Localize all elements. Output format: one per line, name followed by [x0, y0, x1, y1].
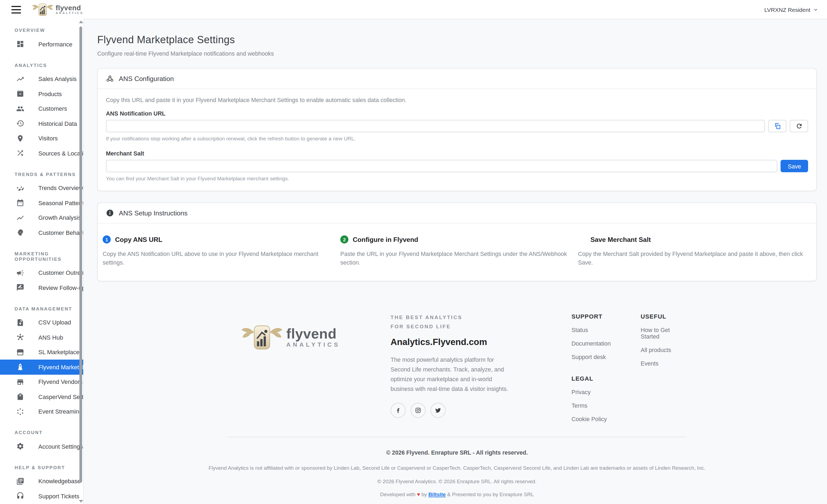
- footer-about: THE BEST ANALYTICS FOR SECOND LIFE Analy…: [391, 313, 572, 422]
- sidebar-item-performance[interactable]: Performance: [0, 37, 83, 52]
- facebook-icon[interactable]: [391, 403, 406, 418]
- step-number-badge: 1: [103, 236, 111, 244]
- sidebar-section: ACCOUNT Account Settings: [0, 425, 83, 454]
- scrollbar-up-arrow[interactable]: [79, 20, 83, 23]
- copy-url-button[interactable]: [768, 120, 786, 132]
- history-clock-icon: [16, 119, 24, 128]
- sidebar-section: DATA MANAGEMENT CSV Upload ANS Hub: [0, 302, 83, 419]
- twitter-icon[interactable]: [431, 403, 446, 418]
- app-logo: flyvend ANALYTICS: [32, 2, 84, 16]
- sidebar-item-caspervend-settings[interactable]: CasperVend Settings: [0, 389, 83, 404]
- scrollbar-down-arrow[interactable]: [79, 500, 83, 503]
- app-root: flyvend ANALYTICS LVRXNZ Resident OVERVI…: [0, 0, 827, 504]
- page-title: Flyvend Marketplace Settings: [97, 34, 817, 46]
- footer-link[interactable]: How to Get Started: [641, 327, 687, 340]
- sidebar-item-knowledgebase[interactable]: Knowledgebase: [0, 474, 83, 489]
- menu-icon[interactable]: [11, 6, 21, 13]
- footer-link[interactable]: Terms: [572, 403, 641, 409]
- developed-by-line: Developed with ♥ by Biltsite & Presented…: [97, 492, 817, 504]
- sidebar-scrollbar[interactable]: [80, 19, 83, 504]
- ans-url-input[interactable]: [106, 120, 765, 132]
- copyright-disclaimer: Flyvend Analytics is not affiliated with…: [97, 465, 817, 471]
- footer-link[interactable]: Events: [641, 360, 687, 367]
- info-icon: [106, 209, 114, 217]
- footer-link[interactable]: All products: [641, 347, 687, 353]
- top-header: flyvend ANALYTICS LVRXNZ Resident: [0, 0, 827, 19]
- sidebar-section-label: OVERVIEW: [0, 23, 83, 37]
- knowledgebase-icon: [16, 477, 24, 485]
- sidebar-item-label: Account Settings: [38, 443, 83, 450]
- sidebar-section-label: ANALYTICS: [0, 58, 83, 71]
- sidebar-item-customers[interactable]: Customers: [0, 101, 83, 116]
- line-chart-icon: [16, 214, 24, 222]
- sidebar-section-label: HELP & SUPPORT: [0, 460, 83, 474]
- step-title: Configure in Flyvend: [353, 236, 418, 243]
- footer: flyvend ANALYTICS THE BEST ANALYTICS FOR…: [97, 313, 817, 504]
- instagram-icon[interactable]: [410, 403, 426, 418]
- step-title: Save Merchant Salt: [590, 236, 651, 243]
- sidebar-section-label: ACCOUNT: [0, 425, 83, 439]
- sidebar-item-label: Customer Outreach: [38, 270, 84, 276]
- save-button[interactable]: Save: [781, 160, 808, 172]
- heart-icon: ♥: [417, 492, 420, 498]
- sidebar-item-growth-analysis[interactable]: Growth Analysis: [0, 210, 83, 225]
- sidebar-item-support-tickets[interactable]: Support Tickets: [0, 489, 83, 503]
- sidebar-item-customer-behavior[interactable]: Customer Behavior: [0, 225, 83, 240]
- flyvend-logo-icon: [241, 324, 283, 351]
- storefront-icon: [16, 348, 24, 356]
- sidebar-item-sl-marketplace[interactable]: SL Marketplace: [0, 345, 83, 360]
- sidebar-item-sources-locations[interactable]: Sources & Locations: [0, 146, 83, 161]
- ans-url-help: If your notifications stop working after…: [106, 136, 808, 142]
- sidebar-item-visitors[interactable]: Visitors: [0, 131, 83, 146]
- sidebar-item-csv-upload[interactable]: CSV Upload: [0, 315, 83, 330]
- footer-link[interactable]: Cookie Policy: [572, 416, 641, 422]
- auto-graph-icon: [16, 184, 24, 192]
- biltsite-link[interactable]: Biltsite: [428, 492, 446, 498]
- sidebar-item-products[interactable]: Products: [0, 86, 83, 101]
- sidebar-item-seasonal-patterns[interactable]: Seasonal Patterns: [0, 195, 83, 210]
- sidebar-item-event-streaming[interactable]: Event Streaming: [0, 404, 83, 419]
- footer-link[interactable]: Status: [572, 327, 641, 334]
- footer-divider: [228, 437, 687, 438]
- gear-icon: [16, 443, 24, 451]
- refresh-url-button[interactable]: [790, 120, 808, 132]
- ans-config-title: ANS Configuration: [119, 75, 174, 82]
- sidebar-item-label: Flyvend Vendors Settings: [38, 379, 84, 385]
- footer-link[interactable]: Documentation: [572, 340, 641, 347]
- footer-link[interactable]: Privacy: [572, 389, 641, 396]
- sidebar-section-label: TRENDS & PATTERNS: [0, 167, 83, 181]
- sidebar-item-review-follow-up[interactable]: Review Follow-up: [0, 280, 83, 295]
- headset-icon: [16, 492, 24, 500]
- sidebar-item-flyvend-marketplace[interactable]: Flyvend Marketplace: [0, 360, 83, 374]
- sidebar-item-label: Performance: [38, 41, 72, 48]
- scrollbar-thumb[interactable]: [80, 27, 82, 483]
- footer-col-support-legal: SUPPORT StatusDocumentationSupport desk …: [572, 313, 641, 422]
- shopping-bag-icon: [16, 393, 24, 401]
- facebook-icon: [395, 407, 401, 414]
- setup-step: 1 Copy ANS URL Copy the ANS Notification…: [103, 236, 333, 267]
- sidebar-item-customer-outreach[interactable]: Customer Outreach: [0, 265, 83, 280]
- file-upload-icon: [16, 318, 24, 326]
- ans-config-intro: Copy this URL and paste it in your Flyve…: [106, 97, 808, 103]
- footer-link[interactable]: Support desk: [572, 354, 641, 360]
- step-description: Copy the Merchant Salt provided by Flyve…: [578, 249, 808, 267]
- sidebar-item-account-settings[interactable]: Account Settings: [0, 439, 83, 454]
- merchant-salt-input[interactable]: [106, 160, 778, 172]
- sidebar-item-flyvend-vendors-settings[interactable]: Flyvend Vendors Settings: [0, 374, 83, 389]
- instagram-icon: [415, 407, 421, 414]
- sidebar-item-trends-overview[interactable]: Trends Overview: [0, 181, 83, 195]
- user-menu[interactable]: LVRXNZ Resident: [764, 6, 818, 13]
- sidebar-item-sales-analysis[interactable]: Sales Analysis: [0, 71, 83, 86]
- sidebar: OVERVIEW Performance ANALYTICS: [0, 19, 84, 504]
- spinner-dots-icon: [16, 408, 24, 416]
- footer-col-useful: USEFUL How to Get StartedAll productsEve…: [641, 313, 687, 422]
- sidebar-item-historical-data[interactable]: Historical Data: [0, 116, 83, 131]
- ans-instructions-card: ANS Setup Instructions 1 Copy ANS URL Co…: [97, 202, 817, 282]
- footer-brand-name: flyvend: [286, 327, 340, 341]
- archive-box-icon: [16, 90, 24, 98]
- people-icon: [16, 105, 24, 113]
- dashboard-icon: [16, 40, 24, 48]
- sidebar-item-label: Trends Overview: [38, 185, 83, 191]
- sidebar-item-ans-hub[interactable]: ANS Hub: [0, 330, 83, 345]
- sidebar-section: ANALYTICS Sales Analysis Products: [0, 58, 83, 161]
